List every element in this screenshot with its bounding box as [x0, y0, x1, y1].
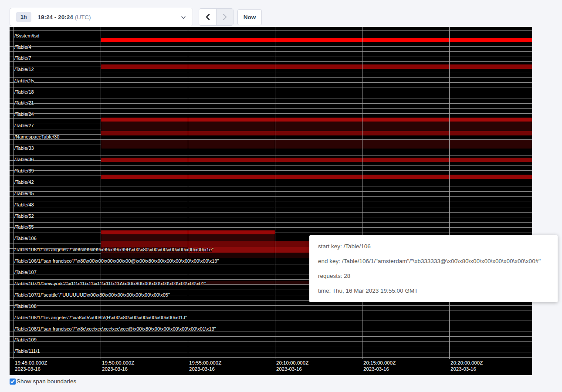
span-boundary-line	[10, 321, 532, 321]
span-boundary-line	[10, 93, 532, 93]
span-row-label: /Table/4	[14, 44, 31, 50]
span-boundary-line	[10, 82, 532, 83]
span-boundary-line	[10, 196, 532, 197]
show-span-boundaries-checkbox[interactable]	[10, 378, 16, 385]
span-row-label: /Table/36	[14, 157, 34, 162]
next-time-button[interactable]	[216, 9, 233, 25]
span-boundary-line	[10, 181, 532, 181]
span-row-label: /Table/108	[14, 304, 37, 309]
footer-controls: Show span boundaries	[10, 378, 76, 385]
span-boundary-line	[10, 51, 532, 52]
prev-time-button[interactable]	[199, 9, 216, 25]
range-utc: (UTC)	[75, 14, 91, 20]
span-boundary-line	[10, 202, 532, 202]
tooltip-requests: requests: 28	[318, 273, 549, 279]
heat-band	[101, 140, 532, 149]
span-row-label: /Table/45	[14, 191, 34, 196]
chevron-right-icon	[222, 14, 228, 20]
span-row-label: /Table/111/1	[14, 348, 40, 354]
span-boundary-line	[10, 347, 532, 347]
span-row-label: /System/tsd	[14, 33, 39, 38]
span-row-label: /NamespaceTable/30	[14, 134, 59, 139]
span-boundary-line	[10, 170, 532, 171]
time-gridline	[362, 27, 362, 359]
key-visualizer-page: 1h 19:24 - 20:24(UTC) Now /System/tsd/Ta…	[0, 0, 562, 392]
span-boundary-line	[10, 113, 532, 114]
span-boundary-line	[10, 46, 532, 47]
span-boundary-line	[10, 352, 532, 352]
span-tooltip: start key: /Table/106 end key: /Table/10…	[309, 235, 558, 302]
span-row-label: /Table/108/1/"los angeles"/"\xa8\xf5\u00…	[14, 315, 187, 320]
time-gridline	[449, 27, 450, 359]
span-boundary-line	[10, 217, 532, 217]
time-gridline	[14, 27, 14, 359]
time-gridline	[188, 27, 188, 359]
time-range-selector[interactable]: 1h 19:24 - 20:24(UTC)	[10, 8, 193, 26]
span-row-label: /Table/7	[14, 55, 31, 61]
span-boundary-line	[10, 57, 532, 57]
span-boundary-line	[10, 88, 532, 88]
span-boundary-line	[10, 103, 532, 104]
range-duration-badge: 1h	[16, 12, 31, 22]
now-button[interactable]: Now	[237, 9, 262, 25]
span-boundary-line	[10, 30, 532, 31]
span-boundary-line	[10, 36, 532, 36]
x-axis-tick-label: 20:20:00.000Z2023-03-16	[450, 360, 483, 372]
range-times: 19:24 - 20:24	[38, 14, 73, 20]
span-boundary-line	[10, 357, 532, 358]
span-boundary-line	[10, 165, 532, 166]
span-row-label: /Table/106/1/"san francisco"/"\x80\x00\x…	[14, 258, 219, 264]
span-row-label: /Table/107	[14, 270, 37, 275]
chevron-left-icon	[205, 14, 211, 20]
x-axis-tick-label: 20:10:00.000Z2023-03-16	[276, 360, 308, 372]
span-boundary-line	[10, 108, 532, 109]
heat-band	[101, 38, 532, 42]
span-row-label: /Table/27	[14, 123, 34, 128]
span-boundary-line	[10, 336, 532, 337]
tooltip-end-key: end key: /Table/106/1/"amsterdam"/"\xb33…	[318, 258, 549, 264]
span-boundary-line	[10, 150, 532, 150]
span-boundary-line	[10, 72, 532, 72]
span-boundary-line	[10, 207, 532, 207]
span-row-label: /Table/24	[14, 112, 34, 117]
heat-band	[101, 175, 532, 179]
heat-band	[101, 131, 532, 136]
tooltip-start-key: start key: /Table/106	[318, 243, 549, 250]
span-boundary-line	[10, 98, 532, 98]
time-pager	[199, 8, 234, 26]
span-boundary-line	[10, 212, 532, 213]
span-boundary-line	[10, 155, 532, 155]
span-row-label: /Table/52	[14, 213, 34, 219]
span-boundary-line	[10, 227, 532, 228]
span-boundary-line	[10, 222, 532, 223]
heat-band	[101, 118, 532, 122]
x-axis-tick-label: 20:15:00.000Z2023-03-16	[363, 360, 396, 372]
heat-band	[101, 122, 532, 131]
tooltip-time: time: Thu, 16 Mar 2023 19:55:00 GMT	[318, 288, 549, 294]
span-boundary-line	[10, 311, 532, 311]
key-visualizer-heatmap[interactable]: /System/tsd/Table/4/Table/7/Table/12/Tab…	[10, 27, 532, 375]
span-row-label: /Table/12	[14, 67, 34, 72]
x-axis-tick-label: 19:50:00.000Z2023-03-16	[102, 360, 134, 372]
span-row-label: /Table/106/1/"los angeles"/"\x99\x99\x99…	[14, 247, 213, 252]
span-row-label: /Table/48	[14, 202, 34, 207]
span-row-label: /Table/18	[14, 89, 34, 95]
span-row-label: /Table/42	[14, 179, 34, 185]
span-row-label: /Table/55	[14, 224, 34, 230]
span-row-label: /Table/33	[14, 145, 34, 151]
span-row-label: /Table/107/1/"new york"/"\x11\x11\x11\x1…	[14, 281, 206, 286]
heat-band	[101, 64, 532, 69]
span-boundary-line	[10, 77, 532, 78]
span-boundary-line	[10, 341, 532, 342]
span-boundary-line	[10, 186, 532, 186]
span-row-label: /Table/109	[14, 337, 37, 342]
span-boundary-line	[10, 61, 532, 62]
time-gridline	[275, 27, 275, 359]
show-span-boundaries-label[interactable]: Show span boundaries	[17, 378, 76, 385]
span-row-label: /Table/107/1/"seattle"/"UUUUUUD\x00\x80\…	[14, 292, 170, 297]
chevron-down-icon	[180, 14, 186, 20]
x-axis-tick-label: 19:45:00.000Z2023-03-16	[15, 360, 47, 372]
time-toolbar: 1h 19:24 - 20:24(UTC) Now	[0, 0, 562, 27]
span-row-label: /Table/15	[14, 78, 34, 83]
span-row-label: /Table/106	[14, 236, 37, 241]
